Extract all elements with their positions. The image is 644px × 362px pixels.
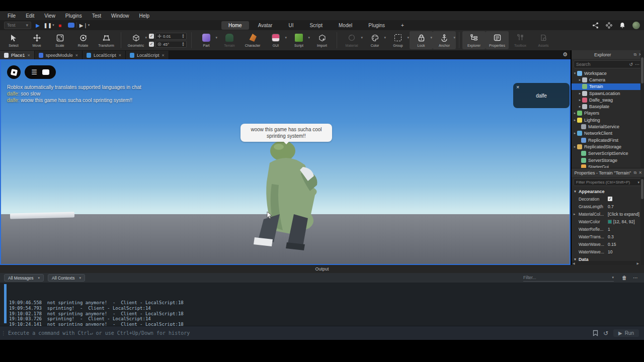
section-appearance[interactable]: ▾ Appearance	[572, 188, 644, 195]
expand-arrow-icon[interactable]: ▸	[573, 118, 577, 122]
menu-item[interactable]: Help	[135, 12, 154, 20]
property-row[interactable]: WaterWave... 10	[572, 248, 644, 255]
history-icon[interactable]: ↺	[629, 62, 633, 67]
pause-button[interactable]: ❚❚▾	[44, 21, 53, 29]
contexts-filter-dropdown[interactable]: All Contexts ▾	[48, 274, 85, 282]
property-value[interactable]: 10	[608, 249, 612, 254]
collapse-arrow-icon[interactable]: ▾	[572, 190, 579, 194]
expand-arrow-icon[interactable]: ▾	[573, 71, 577, 75]
explorer-search-input[interactable]: Search ↺ ⋯	[574, 60, 642, 68]
tree-item[interactable]: ▸ Camera	[572, 76, 644, 83]
command-bar[interactable]: ⋮ Execute a command with Ctrl↵ or use Ct…	[0, 326, 644, 340]
property-value[interactable]: [12, 84, 92]	[608, 219, 635, 224]
properties-scrollbar[interactable]	[640, 177, 644, 265]
menu-item[interactable]: View	[40, 12, 60, 20]
expand-arrow-icon[interactable]: ▸	[574, 212, 579, 216]
lock-button[interactable]: Lock ▾	[410, 31, 433, 49]
scroll-left-icon[interactable]: ◀	[573, 261, 575, 265]
tree-item[interactable]: ▾ Workspace	[572, 70, 644, 76]
rotate-tool-button[interactable]: Rotate	[71, 31, 95, 49]
stepper-icon[interactable]: ▲▼	[182, 42, 185, 47]
output-log[interactable]: 19:09:46.558 not sprinting anymore! - Cl…	[0, 283, 644, 326]
expand-arrow-icon[interactable]: ▸	[578, 92, 582, 96]
popout-icon[interactable]: ⧉	[634, 170, 637, 175]
notification-bell-icon[interactable]	[619, 22, 625, 29]
property-row[interactable]: ▸ MaterialCol... [Click to expand]	[572, 210, 644, 218]
property-row[interactable]: GrassLength 0.7	[572, 203, 644, 210]
rotate-snap-checkbox[interactable]: ✓	[149, 42, 154, 47]
expand-arrow-icon[interactable]: ▸	[573, 131, 577, 135]
properties-filter-input[interactable]: Filter Properties (Ctrl+Shift+P) ▾	[574, 178, 642, 186]
property-row[interactable]: WaterTrans... 0.3	[572, 233, 644, 240]
property-value[interactable]: 1	[608, 227, 610, 232]
document-tab[interactable]: speedModule ×	[35, 51, 83, 59]
tree-item[interactable]: ▸ NetworkClient	[572, 130, 644, 137]
close-icon[interactable]: ×	[28, 53, 30, 58]
color-button[interactable]: Color ▾	[363, 31, 386, 49]
property-value[interactable]: [Click to expand]	[608, 212, 639, 217]
tree-item[interactable]: ▸ Lighting	[572, 117, 644, 123]
menu-item[interactable]: Window	[107, 12, 134, 20]
expand-arrow-icon[interactable]: ▸	[573, 145, 577, 149]
move-snap-checkbox[interactable]: ✓	[149, 34, 154, 39]
property-value[interactable]: 0.7	[608, 204, 614, 209]
explorer-scrollbar[interactable]	[640, 50, 644, 168]
menu-item[interactable]: File	[3, 12, 20, 20]
expand-arrow-icon[interactable]: ▸	[573, 111, 577, 115]
log-line[interactable]: 19:09:46.558 not sprinting anymore! - Cl…	[9, 300, 644, 306]
document-tab[interactable]: Place1 ×	[0, 51, 35, 59]
gui-button[interactable]: GUI ▾	[264, 31, 287, 49]
ribbon-tab[interactable]: Model	[332, 21, 359, 30]
log-line[interactable]: 19:09:54.793 sprinting! - Client - Local…	[9, 306, 644, 311]
test-mode-dropdown[interactable]: Test ▾	[4, 22, 31, 29]
tree-item[interactable]: ServerStorage	[572, 157, 644, 163]
tree-item[interactable]: ReplicatedFirst	[572, 137, 644, 143]
scroll-right-icon[interactable]: ▶	[636, 261, 639, 265]
checkbox[interactable]: ✓	[608, 197, 612, 201]
device-emulation-button[interactable]	[66, 21, 75, 29]
document-tab[interactable]: LocalScript ×	[83, 51, 126, 59]
close-icon[interactable]: ×	[75, 53, 78, 58]
property-row[interactable]: WaterRefle... 1	[572, 225, 644, 233]
expand-arrow-icon[interactable]: ▸	[578, 105, 582, 109]
clear-output-icon[interactable]: 🗑	[622, 275, 627, 281]
ribbon-tab[interactable]: Script	[302, 21, 330, 30]
log-line[interactable]: 19:10:03.726 sprinting! - Client - Local…	[9, 316, 644, 322]
property-value[interactable]: 0.15	[608, 242, 616, 247]
output-filter-input[interactable]: Filter... ▾	[523, 275, 614, 282]
tree-item[interactable]: ▸ Dalfe_swag	[572, 97, 644, 103]
tree-item[interactable]: ▸ Baseplate	[572, 103, 644, 110]
property-row[interactable]: Decoration ✓	[572, 195, 644, 203]
ribbon-tab[interactable]: Plugins	[361, 21, 392, 30]
move-snap-field[interactable]: 0.01 ▲▼	[155, 33, 187, 40]
toolbox-toggle-button[interactable]: Toolbox	[509, 31, 532, 49]
character-button[interactable]: Character	[241, 31, 264, 49]
property-value[interactable]: ✓	[608, 197, 614, 201]
user-avatar[interactable]	[632, 22, 640, 29]
stepper-icon[interactable]: ▲▼	[182, 34, 185, 39]
player-list-panel[interactable]: × dalfe	[513, 83, 570, 108]
tree-item[interactable]: MaterialService	[572, 123, 644, 130]
tree-item[interactable]: ▸ ReplicatedStorage	[572, 143, 644, 150]
chat-toggle-pill[interactable]: ☰	[25, 65, 56, 79]
close-icon[interactable]: ×	[162, 53, 164, 58]
messages-filter-dropdown[interactable]: All Messages ▾	[4, 274, 44, 282]
geometric-mode-button[interactable]: Geometric ▾	[124, 31, 147, 49]
game-viewport[interactable]: ☰ Roblox automatically translates suppor…	[0, 59, 571, 265]
rotate-snap-field[interactable]: 45° ▲▼	[155, 41, 187, 48]
properties-header[interactable]: Properties - Terrain "Terrain" ⧉ ✕	[572, 168, 644, 177]
explorer-toggle-button[interactable]: Explorer	[462, 31, 486, 49]
assets-toggle-button[interactable]: Assets	[532, 31, 555, 49]
roblox-menu-button[interactable]	[7, 65, 21, 79]
menu-item[interactable]: Edit	[21, 12, 39, 20]
close-icon[interactable]: ×	[119, 53, 121, 58]
tree-item[interactable]: Terrain	[572, 83, 644, 90]
move-tool-button[interactable]: Move	[25, 31, 48, 49]
tree-item[interactable]: ▸ SpawnLocation	[572, 90, 644, 97]
more-options-icon[interactable]: ⋯	[635, 62, 639, 67]
horizontal-scrollbar[interactable]: ◀▶	[572, 261, 640, 265]
history-icon[interactable]: ↺	[603, 330, 608, 337]
part-button[interactable]: Part ▾	[195, 31, 218, 49]
group-button[interactable]: Group ▾	[386, 31, 410, 49]
expand-arrow-icon[interactable]: ▸	[578, 98, 582, 102]
